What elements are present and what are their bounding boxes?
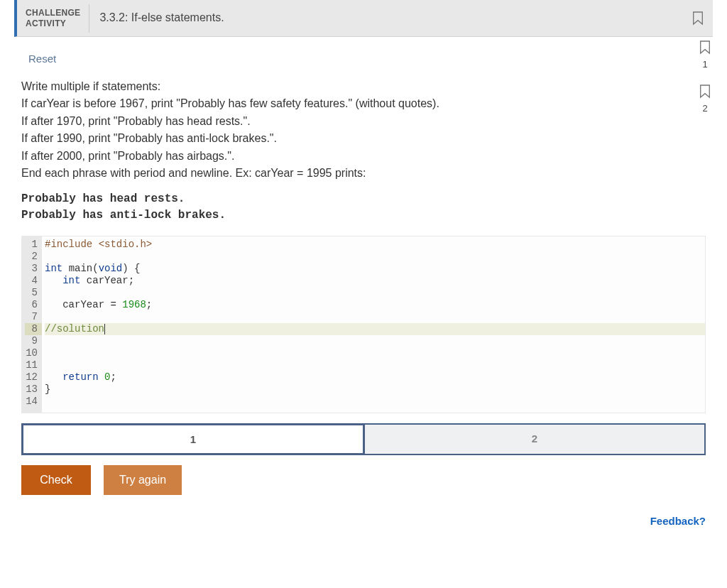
tok-type: int — [62, 275, 80, 286]
example-output: Probably has head rests. Probably has an… — [21, 191, 706, 223]
tok-keyword: return — [62, 371, 98, 383]
check-button[interactable]: Check — [21, 465, 91, 495]
status-badge-label: 2 — [702, 102, 707, 115]
prompt-line: End each phrase with period and newline.… — [21, 165, 706, 181]
tok-header: <stdio.h> — [99, 239, 153, 250]
code-area[interactable]: #include <stdio.h> int main(void) { int … — [42, 236, 705, 413]
line-number: 8 — [25, 323, 42, 335]
tok-comment: //solution — [45, 323, 104, 334]
status-badge-label: 1 — [702, 58, 707, 71]
tok-ident: main — [69, 263, 93, 274]
prompt-text: Write multiple if statements: If carYear… — [21, 79, 706, 181]
line-number: 5 — [32, 287, 38, 298]
code-editor[interactable]: 1 2 3 4 5 6 7 8 9 10 11 12 13 14 #includ… — [21, 236, 706, 413]
line-number: 10 — [26, 347, 38, 359]
activity-type-line2: ACTIVITY — [26, 18, 80, 29]
step-tab-1[interactable]: 1 — [21, 423, 365, 455]
tok-op: = — [110, 299, 116, 310]
activity-title: 3.3.2: If-else statements. — [89, 10, 234, 26]
prompt-line: If after 1970, print "Probably has head … — [21, 114, 706, 129]
prompt-line: If carYear is before 1967, print "Probab… — [21, 96, 706, 111]
tok-ident: carYear — [87, 275, 129, 286]
tok-type: int — [45, 263, 62, 274]
bookmark-icon — [699, 84, 711, 99]
line-number: 1 — [32, 239, 38, 250]
tok-preproc: #include — [45, 239, 92, 250]
status-badge-1: 1 — [699, 40, 711, 71]
status-badge-2: 2 — [699, 84, 711, 115]
line-number: 7 — [32, 311, 38, 322]
line-number: 4 — [32, 275, 38, 286]
activity-type-line1: CHALLENGE — [26, 8, 80, 18]
activity-container: CHALLENGE ACTIVITY 3.3.2: If-else statem… — [0, 0, 727, 543]
line-number: 14 — [26, 396, 38, 407]
try-again-button[interactable]: Try again — [104, 465, 182, 495]
feedback-row: Feedback? — [21, 513, 706, 528]
line-number: 11 — [26, 359, 38, 371]
tok-type: void — [99, 263, 123, 274]
line-number: 9 — [32, 335, 38, 347]
line-number: 12 — [26, 371, 38, 383]
activity-type-label: CHALLENGE ACTIVITY — [17, 4, 89, 33]
line-number: 2 — [32, 251, 38, 262]
text-cursor — [104, 324, 105, 334]
step-tab-2[interactable]: 2 — [365, 423, 706, 455]
prompt-line: If after 2000, print "Probably has airba… — [21, 148, 706, 164]
line-number: 3 — [32, 263, 38, 274]
prompt-line: Write multiple if statements: — [21, 79, 706, 94]
line-gutter: 1 2 3 4 5 6 7 8 9 10 11 12 13 14 — [22, 236, 42, 413]
feedback-link[interactable]: Feedback? — [650, 515, 706, 527]
tok-number: 0 — [104, 371, 110, 383]
bookmark-button[interactable] — [692, 11, 704, 26]
reset-link[interactable]: Reset — [28, 51, 56, 66]
bookmark-icon — [692, 11, 704, 26]
tok-number: 1968 — [122, 299, 146, 310]
activity-body: 1 2 Reset Write multiple if statements: … — [14, 45, 713, 528]
bookmark-icon — [699, 40, 711, 55]
action-buttons: Check Try again — [21, 465, 706, 495]
status-badges: 1 2 — [699, 40, 711, 115]
activity-header: CHALLENGE ACTIVITY 3.3.2: If-else statem… — [14, 0, 713, 37]
tok-ident: carYear — [62, 299, 104, 310]
prompt-line: If after 1990, print "Probably has anti-… — [21, 131, 706, 146]
step-tabs: 1 2 — [21, 423, 706, 455]
line-number: 13 — [26, 383, 38, 395]
line-number: 6 — [32, 299, 38, 310]
